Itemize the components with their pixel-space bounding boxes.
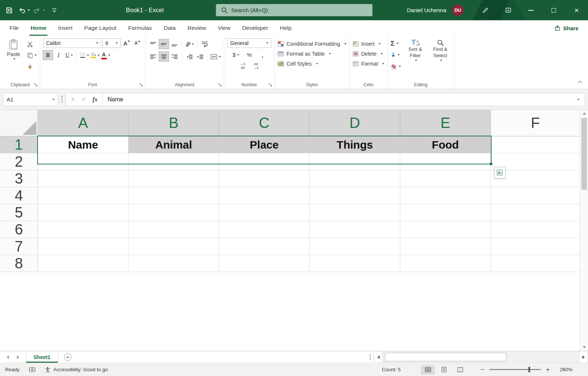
column-header-D[interactable]: D: [310, 110, 400, 136]
tab-page-layout[interactable]: Page Layout: [78, 20, 122, 36]
column-header-A[interactable]: A: [38, 110, 128, 136]
row-header-5[interactable]: 5: [0, 204, 38, 221]
increase-decimal-button[interactable]: ←0.00: [238, 62, 247, 71]
new-sheet-button[interactable]: +: [64, 354, 71, 361]
cell-E2[interactable]: [400, 153, 491, 170]
vertical-scroll-thumb[interactable]: [581, 118, 587, 190]
fill-color-button[interactable]: [90, 51, 100, 60]
accounting-format-button[interactable]: $: [231, 50, 241, 59]
formula-bar-resize-handle[interactable]: [58, 96, 66, 103]
horizontal-scrollbar[interactable]: [383, 351, 579, 363]
cell-B4[interactable]: [128, 187, 219, 204]
enter-button[interactable]: ✓: [78, 96, 89, 103]
number-dialog-launcher[interactable]: [268, 82, 273, 87]
decrease-indent-button[interactable]: [185, 52, 194, 61]
user-avatar[interactable]: DU: [452, 4, 464, 16]
cell-E5[interactable]: [400, 204, 491, 221]
tab-review[interactable]: Review: [182, 20, 212, 36]
clear-button[interactable]: [391, 62, 401, 70]
align-center-button[interactable]: [159, 52, 169, 61]
quick-analysis-button[interactable]: [494, 167, 506, 178]
align-right-button[interactable]: [170, 52, 179, 61]
cell-B7[interactable]: [128, 238, 219, 255]
hscroll-left-button[interactable]: [374, 351, 383, 363]
borders-button[interactable]: [80, 51, 89, 60]
page-break-preview-button[interactable]: [453, 365, 467, 375]
cell-A3[interactable]: [38, 170, 128, 187]
row-header-7[interactable]: 7: [0, 238, 38, 255]
tab-view[interactable]: View: [212, 20, 236, 36]
cell-D3[interactable]: [310, 170, 400, 187]
bold-button[interactable]: B: [43, 51, 53, 60]
insert-function-button[interactable]: fx: [89, 96, 101, 103]
tab-data[interactable]: Data: [158, 20, 182, 36]
increase-font-size-button[interactable]: A: [122, 39, 131, 48]
maximize-button[interactable]: [542, 0, 565, 20]
format-painter-button[interactable]: [27, 62, 37, 70]
row-header-8[interactable]: 8: [0, 255, 38, 272]
cell-C6[interactable]: [219, 221, 310, 238]
tab-developer[interactable]: Developer: [236, 20, 274, 36]
cell-B5[interactable]: [128, 204, 219, 221]
search-box[interactable]: Search (Alt+Q): [216, 4, 372, 16]
column-header-B[interactable]: B: [128, 110, 219, 136]
italic-button[interactable]: I: [54, 51, 63, 60]
orientation-button[interactable]: ab: [185, 39, 194, 49]
tab-formulas[interactable]: Formulas: [122, 20, 158, 36]
align-middle-button[interactable]: [159, 39, 169, 49]
cell-A2[interactable]: [38, 153, 128, 170]
user-name[interactable]: Daniel Uchenna: [407, 7, 446, 13]
fill-handle[interactable]: [489, 162, 493, 166]
cancel-button[interactable]: ×: [67, 96, 78, 103]
column-header-F[interactable]: F: [491, 110, 580, 136]
cut-button[interactable]: [27, 40, 37, 48]
format-as-table-button[interactable]: Format as Table: [278, 51, 346, 57]
vertical-scrollbar[interactable]: [580, 110, 588, 351]
normal-view-button[interactable]: [421, 365, 435, 375]
column-header-C[interactable]: C: [219, 110, 310, 136]
zoom-in-button[interactable]: +: [545, 366, 550, 373]
delete-cells-button[interactable]: Delete: [353, 51, 384, 57]
cell-A5[interactable]: [38, 204, 128, 221]
cell-C2[interactable]: [219, 153, 310, 170]
find-select-button[interactable]: Find & Select: [430, 38, 451, 70]
cell-D5[interactable]: [310, 204, 400, 221]
cell-B8[interactable]: [128, 255, 219, 272]
accessibility-status[interactable]: Accessibility: Good to go: [45, 367, 108, 373]
row-header-2[interactable]: 2: [0, 153, 38, 170]
cell-D8[interactable]: [310, 255, 400, 272]
font-color-button[interactable]: A: [101, 51, 110, 60]
tab-insert[interactable]: Insert: [52, 20, 78, 36]
cell-F7[interactable]: [491, 238, 580, 255]
tab-splitter-handle[interactable]: [367, 351, 374, 363]
conditional-formatting-button[interactable]: Conditional Formatting: [278, 41, 346, 47]
save-button[interactable]: [4, 4, 15, 17]
merge-center-button[interactable]: [211, 52, 221, 61]
cell-C1[interactable]: Place: [219, 136, 310, 153]
row-header-3[interactable]: 3: [0, 170, 38, 187]
tab-home[interactable]: Home: [25, 20, 52, 36]
decrease-font-size-button[interactable]: A: [133, 39, 142, 48]
cell-C3[interactable]: [219, 170, 310, 187]
ribbon-display-options-button[interactable]: [497, 0, 520, 20]
hscroll-right-button[interactable]: [579, 351, 588, 363]
cell-C7[interactable]: [219, 238, 310, 255]
sheet-scroll-right-button[interactable]: [17, 354, 19, 361]
cell-F4[interactable]: [491, 187, 580, 204]
page-layout-view-button[interactable]: [437, 365, 451, 375]
cell-A4[interactable]: [38, 187, 128, 204]
redo-button[interactable]: [34, 4, 45, 17]
cell-B2[interactable]: [128, 153, 219, 170]
cell-E6[interactable]: [400, 221, 491, 238]
formula-bar-expand-button[interactable]: [577, 99, 580, 100]
cell-A6[interactable]: [38, 221, 128, 238]
cell-D1[interactable]: Things: [310, 136, 400, 153]
row-header-4[interactable]: 4: [0, 187, 38, 204]
comma-style-button[interactable]: ,: [258, 50, 267, 59]
cell-A8[interactable]: [38, 255, 128, 272]
scroll-down-button[interactable]: [580, 344, 588, 351]
sheet-tab-sheet1[interactable]: Sheet1: [26, 351, 58, 363]
zoom-out-button[interactable]: −: [480, 366, 485, 373]
row-header-6[interactable]: 6: [0, 221, 38, 238]
row-header-1[interactable]: 1: [0, 136, 38, 153]
